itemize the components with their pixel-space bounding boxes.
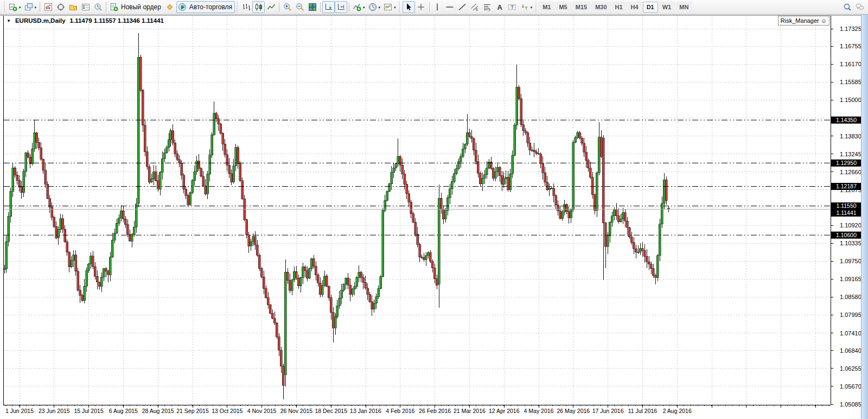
- svg-text:1.13830: 1.13830: [840, 133, 861, 139]
- svg-text:1.06840: 1.06840: [840, 347, 861, 354]
- chevron-down-icon: ▾: [394, 5, 396, 9]
- price-chart[interactable]: 1.173251.167551.161701.155851.150001.138…: [0, 15, 861, 419]
- timeframe-button-H4[interactable]: H4: [627, 2, 642, 12]
- auto-scroll-button[interactable]: [322, 1, 335, 13]
- toolbar-separator: [40, 2, 40, 12]
- autotrading-button[interactable]: Авто-торговля: [176, 1, 235, 13]
- fibonacci-button[interactable]: F: [481, 1, 494, 13]
- svg-text:4 May 2016: 4 May 2016: [524, 408, 554, 414]
- svg-text:1.17325: 1.17325: [840, 26, 861, 32]
- bar-chart-icon: [242, 3, 251, 11]
- chart-shift-button[interactable]: [335, 1, 347, 13]
- svg-text:26 Nov 2015: 26 Nov 2015: [280, 408, 313, 414]
- equidistant-channel-icon: E: [470, 3, 479, 11]
- cursor-button[interactable]: [403, 1, 415, 13]
- periods-icon: [368, 3, 377, 11]
- terminal-button[interactable]: [79, 1, 92, 13]
- timeframe-button-MN[interactable]: MN: [675, 2, 692, 12]
- toolbar-separator: [349, 2, 349, 12]
- svg-text:18 Dec 2015: 18 Dec 2015: [315, 408, 347, 414]
- new-order-button[interactable]: Новый ордер: [108, 1, 164, 13]
- timeframe-button-H1[interactable]: H1: [611, 2, 627, 12]
- tile-windows-icon: [308, 3, 317, 11]
- timeframe-button-D1[interactable]: D1: [643, 2, 658, 12]
- toolbar-grip[interactable]: [398, 2, 401, 12]
- text-label-icon: T: [508, 3, 516, 11]
- risk-manager-badge: Risk_Manager ☺: [778, 16, 829, 26]
- svg-text:21 Mar 2016: 21 Mar 2016: [454, 408, 486, 414]
- arrows-button[interactable]: ▾: [519, 1, 534, 13]
- svg-text:1.05670: 1.05670: [840, 383, 861, 390]
- data-window-button[interactable]: [54, 1, 67, 13]
- timeframe-button-M30[interactable]: M30: [591, 2, 610, 12]
- candlestick-chart-button[interactable]: [252, 1, 265, 13]
- svg-text:E: E: [476, 8, 478, 11]
- svg-text:1.16170: 1.16170: [840, 61, 861, 67]
- market-watch-icon: [44, 3, 53, 11]
- svg-text:2 Aug 2016: 2 Aug 2016: [663, 408, 692, 414]
- svg-text:T: T: [511, 4, 514, 10]
- text-label-button[interactable]: T: [506, 1, 519, 13]
- symbol-period-label: EURUSD.m,Daily: [15, 17, 66, 24]
- chart-title: ▼ EURUSD.m,Daily 1.11479 1.11557 1.11346…: [7, 17, 164, 24]
- chevron-down-icon: ▾: [35, 5, 37, 9]
- navigator-button[interactable]: [67, 1, 79, 13]
- line-chart-icon: [267, 3, 276, 11]
- text-icon: A: [495, 3, 504, 11]
- indicators-button[interactable]: ▾: [351, 1, 367, 13]
- metaeditor-button[interactable]: [164, 1, 176, 13]
- svg-text:1.12660: 1.12660: [840, 169, 861, 175]
- svg-text:1.08580: 1.08580: [840, 294, 861, 300]
- svg-text:15 Jul 2015: 15 Jul 2015: [74, 408, 103, 414]
- autotrading-label: Авто-торговля: [188, 3, 233, 11]
- new-chart-button[interactable]: ▾: [7, 1, 23, 13]
- timeframe-button-M5[interactable]: M5: [555, 2, 571, 12]
- svg-text:1.10335: 1.10335: [840, 240, 861, 246]
- toolbar-separator: [279, 2, 279, 12]
- zoom-in-button[interactable]: [281, 1, 293, 13]
- line-chart-button[interactable]: [265, 1, 277, 13]
- data-window-icon: [56, 3, 65, 11]
- svg-text:1.09165: 1.09165: [840, 276, 861, 282]
- svg-text:4 Feb 2016: 4 Feb 2016: [386, 408, 414, 414]
- zoom-in-icon: [283, 3, 292, 11]
- crosshair-button[interactable]: [415, 1, 427, 13]
- svg-text:A: A: [497, 3, 503, 11]
- timeframe-button-W1[interactable]: W1: [659, 2, 675, 12]
- svg-text:1.09750: 1.09750: [840, 258, 861, 264]
- search-button[interactable]: [841, 1, 853, 13]
- periods-button[interactable]: ▾: [367, 1, 382, 13]
- horizontal-line-button[interactable]: [444, 1, 456, 13]
- window-edge-scrollbar: [861, 14, 868, 419]
- svg-text:26 Feb 2016: 26 Feb 2016: [419, 408, 451, 414]
- svg-text:21 Sep 2015: 21 Sep 2015: [176, 408, 209, 414]
- toolbar-grip[interactable]: [3, 2, 5, 12]
- timeframe-bar: M1M5M15M30H1H4D1W1MN: [539, 2, 692, 12]
- timeframe-button-M1[interactable]: M1: [539, 2, 554, 12]
- toolbar-grip[interactable]: [534, 2, 537, 12]
- text-button[interactable]: A: [494, 1, 506, 13]
- chat-button[interactable]: [853, 1, 866, 13]
- trendline-icon: [458, 3, 467, 11]
- svg-text:1.10600: 1.10600: [836, 232, 857, 238]
- timeframe-button-M15[interactable]: M15: [572, 2, 591, 12]
- collapse-triangle-icon[interactable]: ▼: [7, 18, 11, 23]
- trendline-button[interactable]: [456, 1, 469, 13]
- svg-text:13 Jan 2016: 13 Jan 2016: [350, 408, 381, 414]
- svg-text:1 Jun 2015: 1 Jun 2015: [5, 408, 34, 414]
- equidistant-channel-button[interactable]: E: [469, 1, 481, 13]
- toolbar-grip[interactable]: [235, 2, 238, 12]
- chevron-down-icon: ▾: [379, 5, 381, 9]
- zoom-out-button[interactable]: [293, 1, 306, 13]
- tile-windows-button[interactable]: [306, 1, 318, 13]
- svg-text:17 Jun 2016: 17 Jun 2016: [592, 408, 624, 414]
- templates-button[interactable]: ▾: [382, 1, 398, 13]
- svg-text:23 Jun 2015: 23 Jun 2015: [39, 408, 70, 414]
- svg-text:1.07995: 1.07995: [840, 312, 861, 318]
- strategy-tester-button[interactable]: [92, 1, 104, 13]
- bar-chart-button[interactable]: [240, 1, 252, 13]
- vertical-line-button[interactable]: [431, 1, 444, 13]
- market-watch-button[interactable]: [42, 1, 54, 13]
- profiles-button[interactable]: ▾: [23, 1, 39, 13]
- svg-text:1.15000: 1.15000: [840, 97, 861, 103]
